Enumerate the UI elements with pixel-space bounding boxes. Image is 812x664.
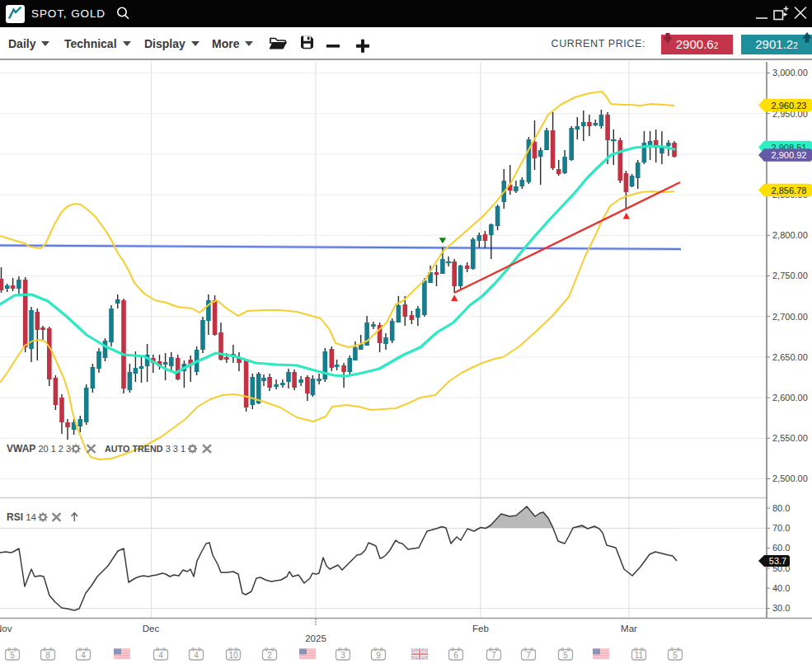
svg-text:AUTO TREND 3 3 1: AUTO TREND 3 3 1 — [105, 444, 185, 454]
svg-text:2,550.00: 2,550.00 — [772, 433, 808, 443]
svg-text:2025: 2025 — [305, 633, 326, 643]
svg-text:5: 5 — [563, 651, 568, 660]
svg-text:VWAP 20 1 2 3: VWAP 20 1 2 3 — [7, 443, 71, 454]
svg-text:5: 5 — [10, 651, 15, 660]
svg-text:4: 4 — [194, 651, 199, 660]
svg-text:2,500.00: 2,500.00 — [772, 473, 808, 483]
svg-text:2,600.00: 2,600.00 — [772, 393, 808, 403]
svg-text:9: 9 — [376, 651, 381, 660]
svg-text:2: 2 — [267, 651, 272, 660]
svg-text:3,000.00: 3,000.00 — [772, 68, 808, 78]
svg-text:Feb: Feb — [472, 624, 489, 633]
svg-text:60.0: 60.0 — [772, 543, 790, 553]
svg-text:Mar: Mar — [621, 624, 637, 633]
svg-text:70.0: 70.0 — [772, 523, 790, 533]
svg-text:7: 7 — [491, 651, 496, 660]
svg-text:2,856.78: 2,856.78 — [772, 186, 807, 195]
svg-text:6: 6 — [453, 651, 458, 660]
svg-text:2,900.92: 2,900.92 — [772, 150, 807, 160]
svg-text:53.7: 53.7 — [769, 556, 786, 566]
svg-text:Nov: Nov — [0, 624, 12, 633]
svg-text:5: 5 — [673, 651, 678, 660]
svg-text:10: 10 — [228, 651, 238, 660]
svg-text:2,700.00: 2,700.00 — [772, 312, 808, 322]
svg-text:30.0: 30.0 — [772, 603, 790, 613]
svg-text:4: 4 — [158, 651, 163, 660]
svg-text:2,650.00: 2,650.00 — [772, 352, 808, 362]
svg-text:Dec: Dec — [143, 624, 160, 633]
svg-text:4: 4 — [81, 651, 86, 660]
svg-text:8: 8 — [45, 651, 50, 660]
svg-text:RSI 14: RSI 14 — [7, 511, 37, 523]
svg-text:2,750.00: 2,750.00 — [772, 271, 808, 280]
svg-text:80.0: 80.0 — [772, 503, 790, 513]
svg-text:40.0: 40.0 — [772, 583, 790, 593]
svg-text:7: 7 — [526, 651, 531, 660]
svg-text:3: 3 — [340, 651, 345, 660]
svg-text:2,800.00: 2,800.00 — [772, 230, 808, 240]
svg-text:11: 11 — [635, 651, 644, 660]
svg-text:2,960.23: 2,960.23 — [772, 101, 807, 111]
